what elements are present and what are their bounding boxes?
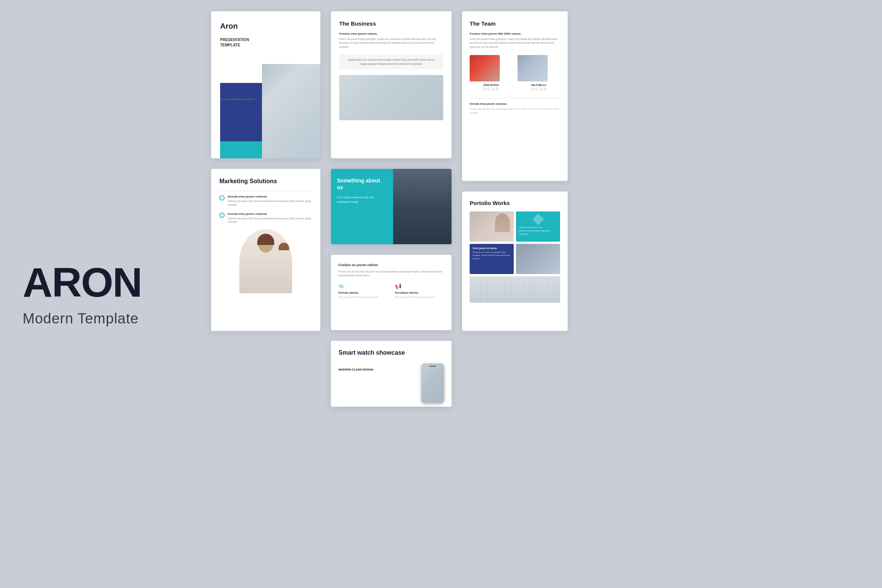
port-item3-title: Oren jasom as doma xyxy=(473,247,511,250)
about-building-photo xyxy=(386,169,452,244)
social-icon-8: ● xyxy=(544,87,547,90)
port-wide-lines xyxy=(470,276,560,303)
watch-phone xyxy=(421,363,444,403)
team-members: JONA BLESA ● ● ● ● MILA BELLA ● ● ● xyxy=(470,55,560,93)
slide-portfolio: Portolio Works Sanctus est Lorem sus ips… xyxy=(462,191,568,331)
port-person-head xyxy=(495,213,510,232)
about-title: Something about us xyxy=(337,177,387,191)
hero-title: ARON xyxy=(23,262,142,303)
cover-building-right xyxy=(262,64,320,158)
cover-brand: Aron xyxy=(220,22,311,31)
team-member-2: MILA BELLA ● ● ● ● xyxy=(518,55,560,93)
icon2-desc: Erm sus ipsustn thr druamer paos dolos. xyxy=(395,296,444,299)
icon-item-1: 🛍 Dresda odoma. Erm sus ipsustn thr drua… xyxy=(338,283,387,299)
item2-desc: Sanctus est daous them ipsustn dhuamet e… xyxy=(228,217,312,224)
member2-name: MILA BELLA xyxy=(518,84,560,86)
slide-biz2: Fosduo eo jasom rebum. At vero eos ea ac… xyxy=(331,255,452,330)
slide-marketing: Marketing Solutions Dresda etoa jasom os… xyxy=(211,169,320,331)
portfolio-item-2: Sanctus est Lorem sus ipsusit esomdo ame… xyxy=(516,211,560,242)
portfolio-item-3-inner: Oren jasom as doma Sanctus est Lorem sus… xyxy=(470,244,514,274)
column-1: Aron PRESENTATIONTEMPLATE CLEAN, MODERN … xyxy=(211,11,320,407)
about-desc: Duw andas marda von das erds pixasquare … xyxy=(337,195,387,204)
social-icon-6: ● xyxy=(535,87,538,90)
port-diamond xyxy=(532,213,544,225)
icon-item-2: 📢 Dresdaoa odoma. Erm sus ipsustn thr dr… xyxy=(395,283,444,299)
building-grid xyxy=(262,64,320,158)
slide-cover: Aron PRESENTATIONTEMPLATE CLEAN, MODERN … xyxy=(211,11,320,158)
port-item3-desc: Sanctus est Lorem sus ipsustn thea druam… xyxy=(473,251,511,260)
check-icon-1 xyxy=(219,195,225,201)
icon2-title: Dresdaoa odoma. xyxy=(395,291,444,294)
social-icon-3: ● xyxy=(492,87,495,90)
portfolio-title: Portolio Works xyxy=(470,200,560,206)
icon1-desc: Erm sus ipsustn thr druamer paos dolos. xyxy=(338,296,387,299)
team-footer-title: Dresda etoa jasom osdoma xyxy=(470,102,560,106)
portfolio-item-1 xyxy=(470,211,514,242)
social-icon-4: ● xyxy=(496,87,499,90)
business-building-photo xyxy=(339,75,443,120)
slide-about: Something about us Duw andas marda von d… xyxy=(331,169,452,244)
checklist-item-2: Dresda etoa jasom osdoma Sanctus est dao… xyxy=(219,212,312,224)
bag-icon: 🛍 xyxy=(338,283,387,289)
slide-watch: Smart watch showcase MODERN CLEAN DESIGN… xyxy=(331,341,452,407)
portfolio-item-2-inner: Sanctus est Lorem sus ipsusit esomdo ame… xyxy=(516,211,560,242)
check-icon-2 xyxy=(219,213,225,218)
port-building-grid xyxy=(516,244,560,274)
port-person-photo xyxy=(470,211,514,242)
marketing-title: Marketing Solutions xyxy=(219,178,312,185)
team-body: Deteo cita kuasd frudia gubergren, nostr… xyxy=(470,37,560,49)
member2-icons: ● ● ● ● xyxy=(518,87,560,90)
team-footer-body: Dasum them ipsustn dhuamet esomdo ipass … xyxy=(470,107,560,115)
social-icon-5: ● xyxy=(531,87,534,90)
item2-title: Dresda etoa jasom osdoma xyxy=(228,212,312,216)
hero-subtitle: Modern Template xyxy=(23,311,142,327)
checklist-text-2: Dresda etoa jasom osdoma Sanctus est dao… xyxy=(228,212,312,224)
port-building-photo xyxy=(516,244,560,274)
cover-tagline: CLEAN, MODERN & SIMPLE xyxy=(220,98,255,101)
biz2-body: At vero eos ea accusam eto justo indo fo… xyxy=(338,270,444,278)
sep-line-1 xyxy=(219,191,312,191)
port-wide-photo xyxy=(470,276,560,303)
quote-text: Sedma diam-dre nonumy ermod temper invid… xyxy=(345,58,438,66)
woman-hair xyxy=(257,234,274,245)
team-member-1: JONA BLESA ● ● ● ● xyxy=(470,55,512,93)
social-icon-1: ● xyxy=(483,87,486,90)
woman-photo-area xyxy=(219,229,312,293)
watch-phone-screen xyxy=(421,363,444,403)
social-icon-2: ● xyxy=(487,87,490,90)
icon-row: 🛍 Dresda odoma. Erm sus ipsustn thr drua… xyxy=(338,283,444,299)
hero-section: ARON Modern Template xyxy=(23,262,142,327)
portfolio-item-4 xyxy=(516,244,560,274)
slide-team: The Team Fosduo etoa jasom IND ONS rebum… xyxy=(462,11,568,181)
portfolio-item-5 xyxy=(470,276,560,303)
column-2: The Business Fosduo etoa jasom rebum. De… xyxy=(331,11,452,407)
graph-icon: 📢 xyxy=(395,283,444,289)
port-item2-text: Sanctus est Lorem sus ipsusit esomdo ame… xyxy=(519,226,557,236)
item1-desc: Sanctus est daous them ipsustn dhuamet e… xyxy=(228,199,312,207)
phone-notch xyxy=(429,366,436,367)
slide-business: The Business Fosduo etoa jasom rebum. De… xyxy=(331,11,452,158)
member-photo-2 xyxy=(518,55,548,81)
checklist-text-1: Dresda etoa jasom osdoma Sanctus est dao… xyxy=(228,195,312,207)
member-photo-1 xyxy=(470,55,500,81)
member1-name: JONA BLESA xyxy=(470,84,512,86)
team-title: The Team xyxy=(470,20,560,27)
sep-line-team xyxy=(470,98,560,98)
cover-image-area xyxy=(211,64,320,158)
biz2-title: Fosduo eo jasom rebum. xyxy=(338,263,444,267)
portfolio-item-3: Oren jasom as doma Sanctus est Lorem sus… xyxy=(470,244,514,274)
portfolio-grid: Sanctus est Lorem sus ipsusit esomdo ame… xyxy=(470,211,560,303)
member1-icons: ● ● ● ● xyxy=(470,87,512,90)
social-icon-7: ● xyxy=(539,87,542,90)
quote-box: Sedma diam-dre nonumy ermod temper invid… xyxy=(339,54,443,70)
woman-silhouette-wrap xyxy=(239,229,292,293)
woman-bun xyxy=(279,243,289,250)
cover-pres-label: PRESENTATIONTEMPLATE xyxy=(220,37,311,48)
business-subtitle: Fosduo etoa jasom rebum. xyxy=(339,32,443,35)
icon1-title: Dresda odoma. xyxy=(338,291,387,294)
watch-title: Smart watch showcase xyxy=(338,349,444,357)
about-teal-bg: Something about us Duw andas marda von d… xyxy=(331,169,393,244)
business-title: The Business xyxy=(339,20,443,27)
column-3: The Team Fosduo etoa jasom IND ONS rebum… xyxy=(462,11,568,407)
team-subtitle: Fosduo etoa jasom IND ONS rebum. xyxy=(470,32,560,35)
